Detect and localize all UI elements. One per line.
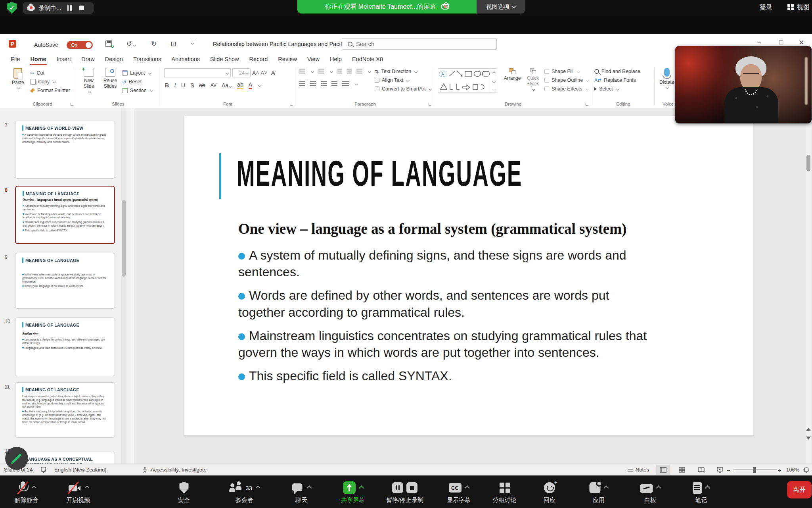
align-center-button[interactable] xyxy=(310,81,316,86)
drawing-dialog-launcher[interactable] xyxy=(586,103,588,106)
zoom-slider-thumb[interactable] xyxy=(753,467,756,473)
apps-chevron-icon[interactable] xyxy=(604,485,609,491)
shrink-font-button[interactable]: A˅ xyxy=(261,70,267,76)
close-button[interactable]: ✕ xyxy=(799,38,804,47)
audio-options-chevron-icon[interactable] xyxy=(31,485,36,491)
slide-scrollbar-thumb[interactable] xyxy=(806,155,810,171)
tab-design[interactable]: Design xyxy=(100,54,128,64)
font-size-select[interactable]: 24 xyxy=(232,68,251,77)
whiteboard-button[interactable]: 白板 xyxy=(640,480,661,504)
accessibility-status[interactable]: Accessibility: Investigate xyxy=(151,467,207,473)
tab-animations[interactable]: Animations xyxy=(166,54,205,64)
notes-toggle[interactable]: Notes xyxy=(628,467,649,473)
align-text-button[interactable]: Align Text xyxy=(375,76,431,85)
dictate-button[interactable]: Dictate xyxy=(659,68,674,89)
reuse-slides-button[interactable]: Reuse Slides xyxy=(101,68,120,89)
participants-chevron-icon[interactable] xyxy=(255,485,260,491)
thumbnail-scrollbar-thumb[interactable] xyxy=(122,200,126,277)
login-button[interactable]: 登录 xyxy=(760,4,772,12)
slide-thumbnail-10[interactable]: MEANING OF LANGUAGE Another view – Langu… xyxy=(15,318,115,376)
slide-title[interactable]: MEANING OF LANGUAGE xyxy=(237,153,523,194)
slide-thumbnail-9[interactable]: MEANING OF LANGUAGE In this view, when w… xyxy=(15,253,115,309)
slideshow-view-button[interactable] xyxy=(713,465,727,475)
paragraph-dialog-launcher[interactable] xyxy=(429,103,431,106)
slide-sorter-view-button[interactable] xyxy=(675,465,689,475)
slide-scrollbar[interactable] xyxy=(806,108,811,464)
tab-endnote[interactable]: EndNote X8 xyxy=(347,54,388,64)
normal-view-button[interactable] xyxy=(656,465,670,475)
highlight-color-button[interactable]: ab xyxy=(237,81,243,89)
start-video-button[interactable]: 开启视频 xyxy=(66,480,90,504)
bullets-button[interactable] xyxy=(299,69,305,73)
line-spacing-button[interactable] xyxy=(356,69,362,73)
justify-button[interactable] xyxy=(331,81,337,86)
copy-button[interactable]: Copy xyxy=(30,77,70,86)
tab-file[interactable]: File xyxy=(6,54,25,64)
tab-record[interactable]: Record xyxy=(244,54,273,64)
mute-button[interactable]: 解除静音 xyxy=(15,480,38,504)
whiteboard-chevron-icon[interactable] xyxy=(656,485,661,491)
tab-slide-show[interactable]: Slide Show xyxy=(205,54,244,64)
tab-view[interactable]: View xyxy=(302,54,325,64)
video-options-chevron-icon[interactable] xyxy=(84,485,90,491)
change-case-button[interactable]: Aa xyxy=(222,82,232,89)
layout-button[interactable]: Layout xyxy=(122,69,153,77)
reset-button[interactable]: ↺Reset xyxy=(122,77,153,86)
tab-home[interactable]: Home xyxy=(25,54,51,64)
gallery-down-icon[interactable] xyxy=(492,80,496,83)
next-slide-button[interactable] xyxy=(806,437,811,440)
zoom-level[interactable]: 106% xyxy=(786,467,799,473)
font-dialog-launcher[interactable] xyxy=(290,103,293,106)
pause-recording-icon[interactable] xyxy=(392,482,403,493)
chat-chevron-icon[interactable] xyxy=(307,485,312,491)
undo-icon[interactable]: ↺ xyxy=(126,40,136,48)
slide-thumbnail-8[interactable]: MEANING OF LANGUAGE One view – language … xyxy=(15,186,115,244)
bullets-chevron-icon[interactable] xyxy=(311,69,314,73)
align-right-button[interactable] xyxy=(321,81,327,86)
slide-body[interactable]: One view – language as a formal system (… xyxy=(238,220,659,391)
breakout-rooms-button[interactable]: 分组讨论 xyxy=(493,480,517,504)
notes-button[interactable]: 笔记 xyxy=(693,480,709,504)
minimize-button[interactable]: − xyxy=(757,38,761,46)
font-color-button[interactable]: A xyxy=(249,81,252,89)
pause-recording-icon[interactable] xyxy=(67,5,72,11)
gallery-up-icon[interactable] xyxy=(492,71,496,75)
numbering-chevron-icon[interactable] xyxy=(330,69,333,73)
find-replace-button[interactable]: Find and Replace xyxy=(594,67,640,76)
section-button[interactable]: Section xyxy=(122,86,153,95)
convert-smartart-button[interactable]: Convert to SmartArt xyxy=(375,85,431,93)
slide-thumbnail-12[interactable]: LANGUAGE AS A CONCEPTUAL SYSTEM (OR KNOW… xyxy=(15,452,115,464)
text-shadow-button[interactable]: S xyxy=(190,82,194,89)
format-painter-button[interactable]: Format Painter xyxy=(30,86,70,95)
paste-button[interactable]: Paste xyxy=(12,68,24,89)
bold-button[interactable]: B xyxy=(165,82,169,89)
text-direction-button[interactable]: ⇅Text Direction xyxy=(375,67,431,76)
captions-button[interactable]: CC 显示字幕 xyxy=(447,480,471,504)
thumbnail-scrollbar[interactable] xyxy=(121,108,126,464)
grow-font-button[interactable]: A˄ xyxy=(252,70,259,76)
share-screen-button[interactable]: 共享屏幕 xyxy=(341,480,365,504)
language-status[interactable]: English (New Zealand) xyxy=(54,467,107,473)
columns-button[interactable] xyxy=(342,81,349,86)
increase-indent-button[interactable] xyxy=(347,69,352,73)
webcam-video-overlay[interactable] xyxy=(675,46,812,123)
fit-to-window-icon[interactable] xyxy=(803,467,809,473)
new-slide-button[interactable]: + New Slide xyxy=(79,68,98,93)
annotation-tool-avatar[interactable] xyxy=(5,447,28,470)
stop-recording-icon[interactable] xyxy=(406,482,417,493)
decrease-indent-button[interactable] xyxy=(337,69,342,73)
shape-fill-button[interactable]: Shape Fill xyxy=(544,67,589,76)
tab-help[interactable]: Help xyxy=(325,54,347,64)
align-left-button[interactable] xyxy=(299,81,305,86)
clear-formatting-button[interactable]: A̸ xyxy=(271,70,275,76)
zoom-in-button[interactable]: + xyxy=(778,467,781,473)
cut-button[interactable]: ✂Cut xyxy=(30,69,70,77)
shape-gallery-scroll[interactable] xyxy=(491,69,497,92)
slide-thumbnail-7[interactable]: MEANING OF WORLD-VIEW A worldview repres… xyxy=(15,121,115,179)
zoom-out-button[interactable]: − xyxy=(727,467,730,473)
slide-thumbnail-11[interactable]: MEANING OF LANGUAGE Languages can overla… xyxy=(15,382,115,438)
view-options-dropdown[interactable]: 视图选项 xyxy=(477,0,525,13)
shape-effects-button[interactable]: Shape Effects xyxy=(544,85,589,93)
strikethrough-button[interactable]: ab xyxy=(199,82,205,89)
character-spacing-button[interactable]: AV xyxy=(211,83,216,88)
